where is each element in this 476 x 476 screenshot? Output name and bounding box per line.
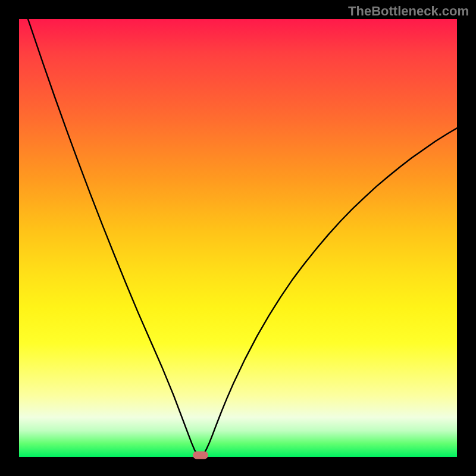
watermark-text: TheBottleneck.com: [348, 4, 469, 19]
curve-svg: [19, 19, 457, 457]
bottleneck-curve: [19, 19, 457, 457]
minimum-marker: [193, 452, 208, 459]
gradient-plot-area: [19, 19, 457, 457]
